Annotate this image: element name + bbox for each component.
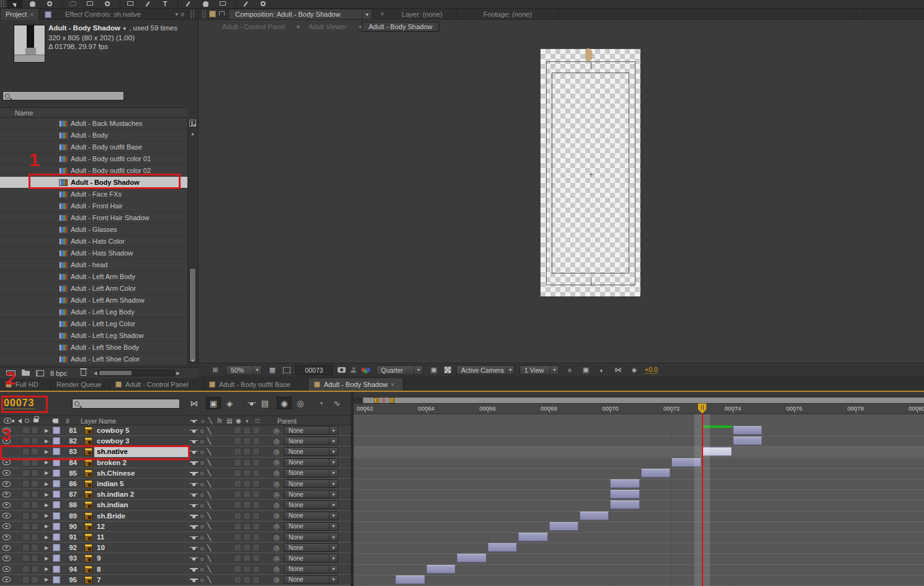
expand-arrow[interactable]: ▶ [45,458,48,468]
project-item[interactable]: Adult - Body [0,130,187,141]
safe-margins-button[interactable]: ▦ [267,365,278,375]
interpret-footage-icon[interactable] [6,370,16,376]
solo-switch[interactable] [22,544,30,551]
layer-name[interactable]: sh.Chinese [97,468,135,478]
solo-column-header[interactable] [25,417,29,425]
rotation-tool-button[interactable] [65,0,80,9]
parent-select[interactable]: None▼ [284,554,338,562]
tab-project[interactable]: Project × [0,9,39,20]
tab-composition[interactable]: Composition: Adult - Body Shadow ▼ [228,9,372,20]
expand-arrow[interactable]: ▶ [45,425,48,435]
timeline-button[interactable]: ≡ [564,365,575,375]
lock-switch[interactable] [31,533,38,541]
layer-duration-bar[interactable] [549,522,578,531]
layer-row[interactable]: ▶86indian 5☼╲◎None▼ [0,479,351,489]
lock-switch[interactable] [31,544,38,551]
3d-switch[interactable] [253,427,260,434]
layer-name[interactable]: sh.indian 2 [97,489,134,499]
3d-switch[interactable] [253,448,260,455]
layer-duration-bar[interactable] [610,500,639,509]
expand-arrow[interactable]: ▶ [45,553,48,563]
timeline-tab[interactable]: Render Queue [51,378,110,391]
project-item[interactable]: Adult - Left Arm Body [0,271,187,283]
solo-switch[interactable] [22,512,30,520]
video-column-header[interactable] [4,417,12,425]
3d-switch[interactable] [253,469,260,477]
parent-pick-whip[interactable]: ◎ [274,543,280,553]
solo-switch[interactable] [22,501,30,508]
shape-tool-button[interactable] [123,0,138,9]
hscrollbar-thumb[interactable] [99,371,132,375]
lock-switch[interactable] [31,491,38,498]
collapse-switch[interactable]: ☼ [199,532,205,542]
puppet-tool-button[interactable] [238,0,253,9]
layer-row[interactable]: ▶83sh.native☼╲◎None▼ [0,446,351,456]
view-layout-select[interactable]: 1 View ▼ [519,365,559,375]
graph-editor-button[interactable]: ∿ [329,397,345,409]
3d-switch[interactable] [253,544,260,551]
lock-switch[interactable] [31,448,38,455]
chevron-down-icon[interactable]: ▼ [122,26,127,32]
timeline-tab[interactable]: Adult - Body outfit Base [204,378,308,391]
expand-arrow[interactable]: ▶ [45,522,48,531]
transparency-grid-button[interactable] [444,366,451,373]
trash-icon[interactable] [81,370,86,376]
layer-name[interactable]: 7 [97,575,101,585]
expand-arrow[interactable]: ▶ [45,468,48,478]
layer-name[interactable]: indian 5 [97,479,123,489]
parent-pick-whip[interactable]: ◎ [274,479,280,489]
parent-pick-whip[interactable]: ◎ [274,564,280,574]
shy-switch[interactable] [190,500,198,510]
comp-flowchart-button[interactable]: ▣ [580,365,591,375]
collapse-switch[interactable]: ☼ [199,575,205,585]
eraser-tool-button[interactable] [215,0,230,9]
label-color-swatch[interactable] [53,576,60,584]
label-color-swatch[interactable] [53,554,60,562]
quality-switch[interactable]: ╲ [207,543,211,553]
project-item[interactable]: Adult - Face FXs [0,189,187,200]
brainstorm-button[interactable]: ◎ [293,397,308,409]
hide-shy-layers-button[interactable] [244,397,258,409]
project-scrollbar[interactable]: ▲ ▼ [187,118,197,366]
project-item[interactable]: Adult - Body outfit Base [0,141,187,153]
tab-layer[interactable]: Layer: (none) [387,9,457,20]
breadcrumb-adult-viewer[interactable]: Adult Viewer [308,23,347,30]
collapse-switch[interactable]: ☼ [199,522,205,531]
layer-duration-bar[interactable] [641,469,670,477]
video-switch[interactable] [2,489,11,499]
parent-pick-whip[interactable]: ◎ [274,500,280,510]
clone-stamp-tool-button[interactable] [198,0,213,9]
solo-switch[interactable] [22,576,30,584]
type-tool-button[interactable]: T [158,0,173,9]
auto-keyframe-button[interactable]: ◔ [314,397,328,409]
name-column-header[interactable]: Name [0,107,187,118]
live-update-button[interactable]: ◈ [222,397,237,409]
collapse-switch[interactable]: ☼ [199,543,205,553]
layer-row[interactable]: ▶89sh.Bride☼╲◎None▼ [0,511,351,521]
layer-row[interactable]: ▶957☼╲◎None▼ [0,575,351,585]
video-switch[interactable] [2,575,11,585]
expand-arrow[interactable]: ▶ [45,489,48,499]
layer-name[interactable]: cowboy 5 [97,425,129,435]
draft-3d-button[interactable]: ▣ [206,397,221,409]
effect-switch[interactable] [234,437,241,445]
parent-select[interactable]: None▼ [284,500,338,509]
expand-arrow[interactable]: ▶ [45,479,48,489]
3d-switch[interactable] [253,576,260,584]
layer-name[interactable]: cowboy 3 [97,436,129,446]
solo-switch[interactable] [22,554,30,562]
lock-switch[interactable] [31,566,38,573]
shy-switch[interactable] [190,564,198,574]
project-item[interactable]: Adult - Body Shadow [0,177,187,189]
bit-depth-label[interactable]: 8 bpc [50,370,67,377]
video-switch[interactable] [2,532,11,542]
motion-blur-switch[interactable] [243,427,251,434]
solo-switch[interactable] [22,469,30,477]
video-switch[interactable] [2,458,11,468]
project-item[interactable]: Adult - Left Shoe Color [0,353,187,365]
3d-switch[interactable] [253,566,260,573]
work-area-end-handle[interactable] [390,397,395,403]
layer-duration-bar[interactable] [610,490,639,499]
motion-blur-switch[interactable] [243,491,251,498]
3d-switch[interactable] [253,512,260,520]
